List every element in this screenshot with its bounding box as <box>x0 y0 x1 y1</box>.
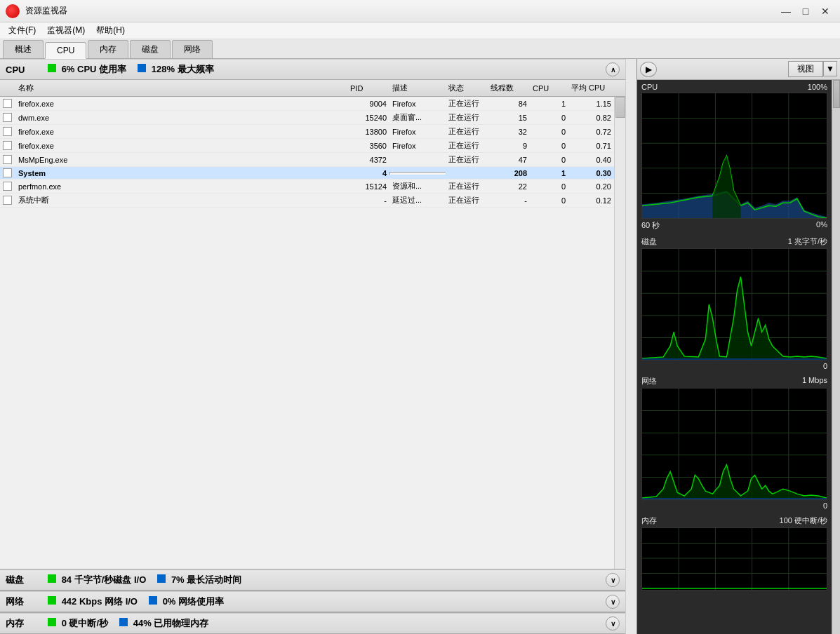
table-row: firefox.exe 3560 Firefox 正在运行 9 0 0.71 <box>0 139 614 153</box>
cpu-section-header[interactable]: CPU 6% CPU 使用率 128% 最大频率 ∧ <box>0 59 625 80</box>
left-panel-scrollbar[interactable] <box>625 59 636 634</box>
row-avg-cpu: 0.12 <box>568 195 614 206</box>
row-desc: Firefox <box>389 126 446 137</box>
disk-stat2: 7% 最长活动时间 <box>157 574 241 586</box>
row-desc <box>389 158 446 161</box>
row-threads: 84 <box>488 98 530 109</box>
memory-chart-svg <box>642 528 827 590</box>
row-avg-cpu: 1.15 <box>568 98 614 109</box>
menu-help[interactable]: 帮助(H) <box>91 23 131 38</box>
memory-chart-title: 内存 <box>641 515 657 526</box>
row-name: MsMpEng.exe <box>15 154 347 166</box>
network-chart-container: 网络 1 Mbps <box>637 373 832 513</box>
right-nav-button[interactable]: ▶ <box>640 62 657 77</box>
row-desc: NT Kernel & System <box>389 172 446 175</box>
cpu-chart <box>641 93 827 219</box>
maximize-button[interactable]: □ <box>796 4 815 18</box>
cpu-chart-bottom: 60 秒 0% <box>641 220 827 231</box>
row-cpu: 0 <box>530 112 568 123</box>
network-section-header[interactable]: 网络 442 Kbps 网络 I/O 0% 网络使用率 ∨ <box>0 591 625 612</box>
minimize-button[interactable]: — <box>777 4 795 18</box>
main-layout: CPU 6% CPU 使用率 128% 最大频率 ∧ 名称 PID 描述 状 <box>0 59 840 634</box>
network-toggle[interactable]: ∨ <box>606 595 620 609</box>
charts-area: CPU 100% <box>637 80 832 634</box>
row-status: 正在运行 <box>446 97 488 110</box>
network-chart <box>641 388 827 500</box>
row-cpu: 0 <box>530 181 568 192</box>
row-desc: 延迟过... <box>389 194 446 207</box>
col-avg-cpu[interactable]: 平均 CPU <box>568 81 614 95</box>
network-section: 网络 442 Kbps 网络 I/O 0% 网络使用率 ∨ <box>0 591 625 612</box>
tab-disk[interactable]: 磁盘 <box>130 40 171 58</box>
tab-network[interactable]: 网络 <box>172 40 213 58</box>
network-stat1: 442 Kbps 网络 I/O <box>48 595 138 608</box>
row-check[interactable] <box>0 97 15 109</box>
row-name: perfmon.exe <box>15 181 347 192</box>
memory-toggle[interactable]: ∨ <box>606 616 620 630</box>
col-cpu[interactable]: CPU <box>530 81 568 95</box>
row-status: 正在运行 <box>446 180 488 193</box>
row-check[interactable] <box>0 140 15 151</box>
window-controls: — □ ✕ <box>777 4 834 18</box>
disk-chart <box>641 248 827 360</box>
table-row: firefox.exe 9004 Firefox 正在运行 84 1 1.15 <box>0 97 614 111</box>
view-dropdown[interactable]: ▼ <box>823 61 837 76</box>
right-scroll-thumb[interactable] <box>833 80 840 108</box>
row-check[interactable] <box>0 194 15 206</box>
row-avg-cpu: 0.71 <box>568 140 614 151</box>
close-button[interactable]: ✕ <box>816 4 834 18</box>
menu-bar: 文件(F) 监视器(M) 帮助(H) <box>0 22 840 39</box>
row-check[interactable] <box>0 154 15 166</box>
menu-file[interactable]: 文件(F) <box>3 23 41 38</box>
row-desc: Firefox <box>389 98 446 109</box>
cpu-toggle[interactable]: ∧ <box>606 62 620 76</box>
row-pid: - <box>347 195 389 206</box>
row-status: 正在运行 <box>446 125 488 138</box>
col-name[interactable]: 名称 <box>15 81 347 95</box>
col-status[interactable]: 状态 <box>446 81 488 95</box>
cpu-stat2-dot <box>138 64 146 72</box>
window-title: 资源监视器 <box>25 5 777 17</box>
row-status: 正在运行 <box>446 111 488 124</box>
tab-overview[interactable]: 概述 <box>3 40 44 58</box>
network-stat1-dot <box>48 596 56 605</box>
table-row-selected[interactable]: System 4 NT Kernel & System 208 1 0.30 <box>0 167 614 180</box>
memory-chart-container: 内存 100 硬中断/秒 <box>637 513 832 593</box>
memory-chart-title-row: 内存 100 硬中断/秒 <box>641 515 827 526</box>
disk-stat2-dot <box>157 574 166 583</box>
row-avg-cpu: 0.40 <box>568 154 614 166</box>
disk-section-status: 84 千字节/秒磁盘 I/O 7% 最长活动时间 <box>48 574 606 586</box>
memory-section-header[interactable]: 内存 0 硬中断/秒 44% 已用物理内存 ∨ <box>0 613 625 634</box>
table-scrollbar[interactable] <box>614 97 625 569</box>
tab-memory[interactable]: 内存 <box>88 40 128 58</box>
col-desc[interactable]: 描述 <box>389 81 446 95</box>
memory-stat2: 44% 已用物理内存 <box>119 617 208 630</box>
disk-chart-title-row: 磁盘 1 兆字节/秒 <box>641 236 827 247</box>
row-pid: 9004 <box>347 98 389 109</box>
row-name: System <box>15 168 347 179</box>
col-pid[interactable]: PID <box>347 81 389 95</box>
tab-cpu[interactable]: CPU <box>45 42 86 59</box>
table-row: perfmon.exe 15124 资源和... 正在运行 22 0 0.20 <box>0 180 614 194</box>
disk-toggle[interactable]: ∨ <box>606 573 620 587</box>
row-threads: 208 <box>488 168 530 179</box>
scroll-thumb[interactable] <box>615 97 625 118</box>
row-avg-cpu: 0.82 <box>568 112 614 123</box>
col-threads[interactable]: 线程数 <box>488 81 530 95</box>
view-button[interactable]: 视图 <box>788 61 823 77</box>
cpu-section-status: 6% CPU 使用率 128% 最大频率 <box>48 63 606 76</box>
menu-monitor[interactable]: 监视器(M) <box>41 23 91 38</box>
cpu-chart-container: CPU 100% <box>637 80 832 234</box>
right-panel-header: ▶ 视图 ▼ <box>637 59 840 80</box>
right-layout: CPU 100% <box>637 80 840 634</box>
right-panel-scrollbar[interactable] <box>832 80 840 634</box>
network-section-title: 网络 <box>6 595 48 608</box>
row-check[interactable] <box>0 167 15 179</box>
disk-chart-container: 磁盘 1 兆字节/秒 <box>637 234 832 373</box>
row-check[interactable] <box>0 126 15 137</box>
row-avg-cpu: 0.30 <box>568 168 614 179</box>
disk-section-header[interactable]: 磁盘 84 千字节/秒磁盘 I/O 7% 最长活动时间 ∨ <box>0 569 625 591</box>
row-check[interactable] <box>0 112 15 123</box>
network-chart-title: 网络 <box>641 376 657 386</box>
row-check[interactable] <box>0 180 15 192</box>
